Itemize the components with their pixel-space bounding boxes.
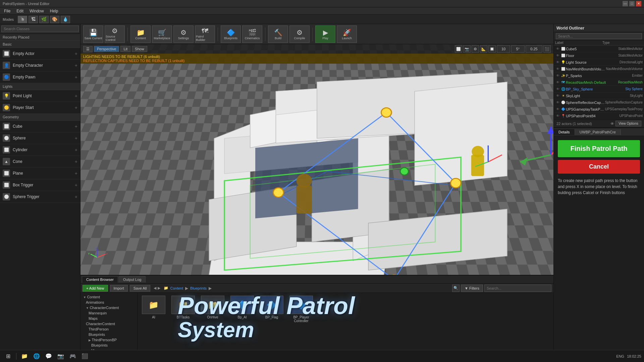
vp-tool-5[interactable]: 🔲 xyxy=(488,45,496,53)
file-item-onhive[interactable]: 📁 OnHive xyxy=(199,296,226,323)
taskbar-vs[interactable]: ⬛ xyxy=(79,352,90,361)
marketplace-button[interactable]: 🛒 Marketplace xyxy=(152,25,172,43)
outliner-row-patrol84[interactable]: 👁 📍 UPSPatrolPoint84 UPSPatrolPoint xyxy=(554,113,644,119)
taskbar-ue4[interactable]: 🎮 xyxy=(67,352,78,361)
place-item-point-light[interactable]: 💡 Point Light + xyxy=(0,90,80,102)
breadcrumb-content[interactable]: Content xyxy=(170,286,183,290)
vis-sky-sphere[interactable]: 👁 xyxy=(555,86,560,92)
cone-add[interactable]: + xyxy=(75,159,77,164)
tree-blueprints-tp2[interactable]: Blueprints xyxy=(80,343,137,348)
outliner-row-sphere-capture[interactable]: 👁 ⚪ SphereReflectionCapture SphereReflec… xyxy=(554,99,644,106)
vis-navmesh[interactable]: 👁 xyxy=(555,66,560,72)
outliner-row-skylight[interactable]: 👁 ☀ SkyLight SkyLight xyxy=(554,93,644,99)
vis-light[interactable]: 👁 xyxy=(555,60,560,65)
lit-btn[interactable]: Lit xyxy=(120,46,130,52)
outliner-row-cube5[interactable]: 👁 ⬜ Cube5 StaticMeshActor xyxy=(554,46,644,52)
cylinder-add[interactable]: + xyxy=(75,147,77,153)
place-item-sphere-trigger[interactable]: ⚪ Sphere Trigger + xyxy=(0,191,80,203)
cancel-button[interactable]: Cancel xyxy=(558,160,640,174)
outliner-row-light[interactable]: 👁 💡 Light Source DirectionalLight xyxy=(554,59,644,66)
vp-tool-1[interactable]: ⬜ xyxy=(455,45,462,53)
filters-button[interactable]: ▼ Filters xyxy=(461,285,483,292)
breadcrumb-blueprints[interactable]: Blueprints xyxy=(190,286,207,290)
category-lights[interactable]: Lights xyxy=(0,83,80,90)
category-basic[interactable]: Basic xyxy=(0,41,80,48)
vis-sphere-capture[interactable]: 👁 xyxy=(555,100,560,105)
source-control-button[interactable]: ⚙ Source Control xyxy=(105,25,125,43)
cube-add[interactable]: + xyxy=(75,124,77,129)
place-item-empty-character[interactable]: 👤 Empty Character + xyxy=(0,60,80,71)
maximize-button[interactable]: □ xyxy=(629,1,635,6)
outliner-row-navmesh[interactable]: 👁 ⬜ NavMeshBoundsVolume NavMeshBoundsVol… xyxy=(554,66,644,72)
mode-mesh-paint[interactable]: 🎨 xyxy=(50,16,59,23)
cinematics-button[interactable]: 🎬 Cinematics xyxy=(242,25,262,43)
tree-content[interactable]: Content xyxy=(80,294,137,300)
taskbar-explorer[interactable]: 📁 xyxy=(19,352,30,361)
category-geometry[interactable]: Geometry xyxy=(0,114,80,121)
tab-output-log[interactable]: Output Log xyxy=(119,276,146,283)
settings-button[interactable]: ⚙ Settings xyxy=(173,25,194,43)
tab-uwbp[interactable]: UWBP_PatrolPathCre xyxy=(575,129,621,135)
empty-character-add[interactable]: + xyxy=(75,63,77,68)
tree-maps[interactable]: Maps xyxy=(80,316,137,321)
category-recently-placed[interactable]: Recently Placed xyxy=(0,34,80,41)
place-item-cube[interactable]: ⬜ Cube + xyxy=(0,121,80,132)
play-button[interactable]: ▶ Play xyxy=(315,25,335,43)
point-light-add[interactable]: + xyxy=(75,93,77,99)
outliner-row-sky-sphere[interactable]: 👁 🌐 BP_Sky_Sphere Sky Sphere xyxy=(554,86,644,93)
file-item-ai[interactable]: 📁 AI xyxy=(140,296,167,323)
outliner-row-floor[interactable]: 👁 ⬜ Floor StaticMeshActor xyxy=(554,52,644,59)
mode-landscape[interactable]: 💧 xyxy=(61,16,70,23)
taskbar-browser[interactable]: 🌐 xyxy=(31,352,42,361)
vis-skylight[interactable]: 👁 xyxy=(555,93,560,99)
cb-search-btn[interactable]: 🔍 xyxy=(452,285,460,292)
vp-snap-scale[interactable]: 0.25 xyxy=(526,45,542,53)
viewport[interactable]: ☰ Perspective Lit Show ⬜ 📷 ⚙ 📐 🔲 10 5° 0… xyxy=(80,44,553,275)
file-item-bttasks[interactable]: 📁 BTTasks xyxy=(170,296,197,323)
cb-search-input[interactable] xyxy=(484,285,551,292)
show-btn[interactable]: Show xyxy=(132,46,147,52)
save-all-button[interactable]: Save All xyxy=(130,285,151,292)
import-button[interactable]: Import xyxy=(110,285,128,292)
place-item-empty-actor[interactable]: ⬜ Empty Actor + xyxy=(0,48,80,60)
vis-gameplay-proxy[interactable]: 👁 xyxy=(555,107,560,112)
outliner-row-recast[interactable]: 👁 🗺 RecastNavMesh-Default RecastNavMesh xyxy=(554,79,644,86)
plane-add[interactable]: + xyxy=(75,171,77,176)
taskbar-camera[interactable]: 📷 xyxy=(55,352,66,361)
vis-patrol84[interactable]: 👁 xyxy=(555,113,560,119)
build-button[interactable]: 🔨 Build xyxy=(268,25,288,43)
tree-blueprints-tp[interactable]: Blueprints xyxy=(80,332,137,337)
sphere-add[interactable]: + xyxy=(75,135,77,141)
vp-tool-4[interactable]: 📐 xyxy=(480,45,487,53)
compile-button[interactable]: ⚙ Compile xyxy=(289,25,310,43)
outliner-row-sparks[interactable]: 👁 ✨ P_Sparks Emitter xyxy=(554,72,644,79)
vis-sparks[interactable]: 👁 xyxy=(555,73,560,78)
close-button[interactable]: ✕ xyxy=(636,1,641,6)
mode-foliage[interactable]: 🌿 xyxy=(39,16,49,23)
menu-edit[interactable]: Edit xyxy=(14,8,26,14)
place-item-player-start[interactable]: 🟡 Player Start + xyxy=(0,102,80,114)
vp-menu-btn[interactable]: ☰ xyxy=(83,46,93,52)
tree-mannequin[interactable]: Mannequin xyxy=(80,310,137,316)
empty-actor-add[interactable]: + xyxy=(75,51,77,56)
content-button[interactable]: 📁 Content xyxy=(130,25,151,43)
place-item-box-trigger[interactable]: ⬜ Box Trigger + xyxy=(0,179,80,191)
mode-paint[interactable]: 🏗 xyxy=(29,16,38,23)
tab-details[interactable]: Details xyxy=(554,129,575,135)
vis-cube5[interactable]: 👁 xyxy=(555,46,560,52)
place-item-empty-pawn[interactable]: 🔵 Empty Pawn + xyxy=(0,71,80,83)
player-start-add[interactable]: + xyxy=(75,105,77,110)
mode-place[interactable]: 🖱 xyxy=(18,16,27,23)
tab-content-browser[interactable]: Content Browser xyxy=(82,276,118,283)
patrol-builder-button[interactable]: 🗺 Patrol Builder xyxy=(195,25,215,43)
tree-character-content2[interactable]: CharacterContent xyxy=(80,321,137,326)
box-trigger-add[interactable]: + xyxy=(75,182,77,188)
vp-tool-3[interactable]: ⚙ xyxy=(472,45,479,53)
launch-button[interactable]: 🚀 Launch xyxy=(337,25,357,43)
add-new-button[interactable]: + Add New xyxy=(83,285,108,292)
perspective-btn[interactable]: Perspective xyxy=(94,46,119,52)
tree-third-person-bp[interactable]: ThirdPersonBP xyxy=(80,337,137,343)
tree-animations[interactable]: Animations xyxy=(80,300,137,305)
place-item-sphere[interactable]: ⚪ Sphere + xyxy=(0,132,80,144)
sphere-trigger-add[interactable]: + xyxy=(75,194,77,199)
